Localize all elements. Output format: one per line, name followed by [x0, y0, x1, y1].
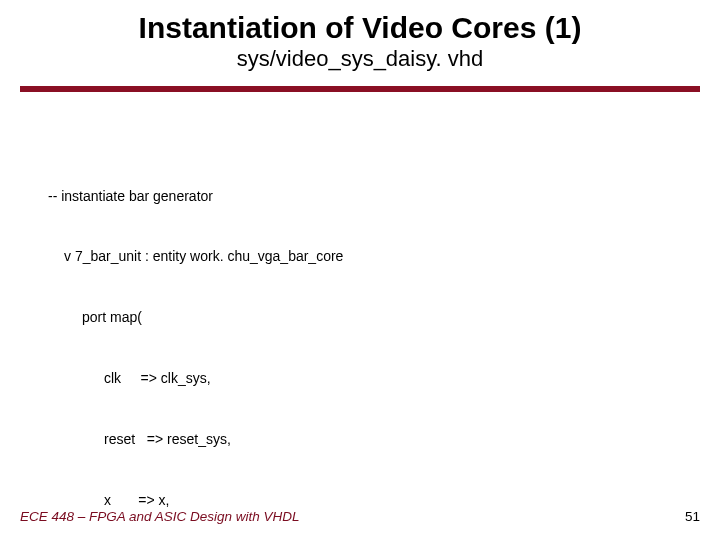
code-entity: v 7_bar_unit : entity work. chu_vga_bar_… — [48, 246, 368, 266]
code-portmap: port map( — [48, 307, 368, 327]
code-block: -- instantiate bar generator v 7_bar_uni… — [48, 145, 368, 540]
footer-course: ECE 448 – FPGA and ASIC Design with VHDL — [20, 509, 300, 524]
page-number: 51 — [685, 509, 700, 524]
page-title: Instantiation of Video Cores (1) — [0, 0, 720, 44]
slide: Instantiation of Video Cores (1) sys/vid… — [0, 0, 720, 540]
code-port-reset: reset => reset_sys, — [48, 429, 368, 449]
footer: ECE 448 – FPGA and ASIC Design with VHDL… — [20, 509, 700, 524]
code-port-x: x => x, — [48, 490, 368, 510]
code-comment: -- instantiate bar generator — [48, 186, 368, 206]
title-divider — [20, 86, 700, 92]
code-port-clk: clk => clk_sys, — [48, 368, 368, 388]
page-subtitle: sys/video_sys_daisy. vhd — [0, 46, 720, 72]
